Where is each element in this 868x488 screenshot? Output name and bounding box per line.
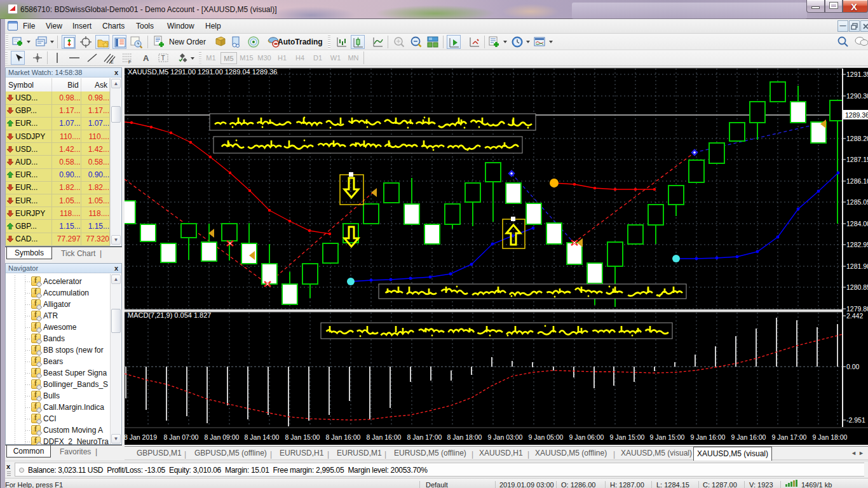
svg-text:1284.00: 1284.00 [846, 220, 868, 227]
svg-text:1288.20: 1288.20 [846, 135, 868, 142]
svg-text:T: T [161, 55, 165, 62]
svg-text:9 Jan 17:00: 9 Jan 17:00 [772, 433, 807, 441]
svg-text:XAUUSD,M5 1291.00 1291.00 1289: XAUUSD,M5 1291.00 1291.00 1289.04 1289.3… [128, 68, 277, 76]
svg-text:1282.95: 1282.95 [846, 241, 868, 248]
svg-text:8 Jan 09:00: 8 Jan 09:00 [205, 433, 240, 441]
svg-text:8 Jan 07:00: 8 Jan 07:00 [164, 433, 199, 441]
svg-text:2.442: 2.442 [846, 312, 863, 320]
svg-text:8 Jan 15:00: 8 Jan 15:00 [285, 433, 320, 441]
svg-text:9 Jan 05:00: 9 Jan 05:00 [529, 433, 564, 441]
svg-text:1287.15: 1287.15 [846, 156, 868, 163]
svg-text:F: F [128, 60, 131, 64]
svg-text:8 Jan 14:00: 8 Jan 14:00 [245, 433, 280, 441]
svg-text:9 Jan 15:00: 9 Jan 15:00 [610, 433, 645, 441]
svg-text:E: E [111, 60, 114, 64]
svg-text:8 Jan 18:00: 8 Jan 18:00 [447, 433, 482, 441]
svg-text:1291.35: 1291.35 [846, 71, 868, 78]
svg-text:9 Jan 03:00: 9 Jan 03:00 [488, 433, 523, 441]
svg-text:9 Jan 18:00: 9 Jan 18:00 [813, 433, 848, 441]
svg-text:0.00: 0.00 [846, 363, 860, 370]
svg-text:1290.30: 1290.30 [846, 92, 868, 100]
svg-text:8 Jan 16:00: 8 Jan 16:00 [326, 433, 361, 441]
svg-text:A: A [143, 53, 149, 63]
svg-text:9 Jan 16:00: 9 Jan 16:00 [691, 433, 726, 441]
svg-text:8 Jan 17:00: 8 Jan 17:00 [407, 433, 442, 441]
svg-text:1289.36: 1289.36 [845, 111, 868, 119]
svg-text:1286.10: 1286.10 [846, 177, 868, 185]
svg-text:8 Jan 2019: 8 Jan 2019 [125, 433, 157, 441]
svg-text:1281.90: 1281.90 [846, 262, 868, 270]
svg-text:9 Jan 16:00: 9 Jan 16:00 [731, 433, 766, 441]
svg-text:-2.951: -2.951 [846, 416, 865, 424]
svg-text:MACD(7,21,9) 0.054 1.827: MACD(7,21,9) 0.054 1.827 [128, 311, 211, 319]
svg-text:1285.05: 1285.05 [846, 198, 868, 206]
svg-text:9 Jan 15:00: 9 Jan 15:00 [650, 433, 685, 441]
svg-text:9 Jan 06:00: 9 Jan 06:00 [569, 433, 604, 441]
svg-text:1280.85: 1280.85 [846, 283, 868, 291]
svg-text:8 Jan 16:00: 8 Jan 16:00 [367, 433, 402, 441]
